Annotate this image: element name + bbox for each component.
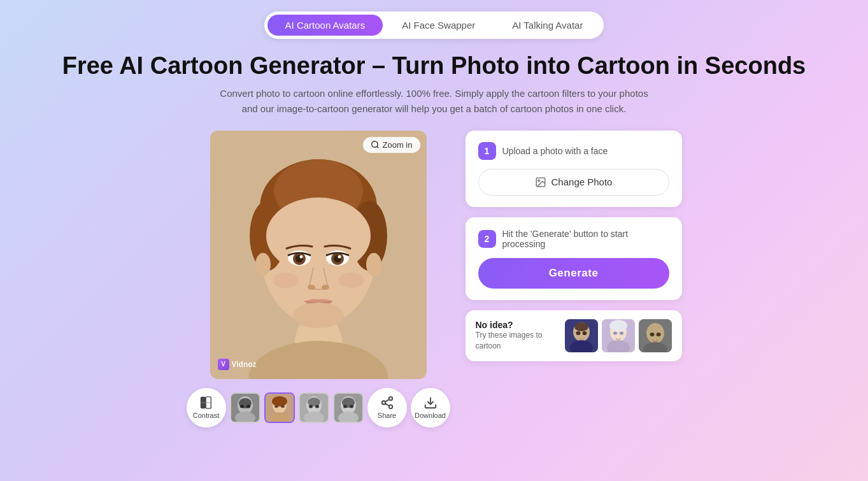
svg-point-67 <box>574 322 588 331</box>
svg-point-41 <box>281 405 285 408</box>
hero-section: Free AI Cartoon Generator – Turn Photo i… <box>0 45 868 120</box>
step2-badge: 2 <box>478 230 496 248</box>
thumb2-image <box>266 394 294 422</box>
contrast-button[interactable]: Contrast <box>187 388 226 427</box>
step2-card: 2 Hit the 'Generate' button to start pro… <box>466 217 682 300</box>
daenerys-icon <box>602 319 635 352</box>
zoom-in-button[interactable]: Zoom in <box>363 137 420 153</box>
step2-header: 2 Hit the 'Generate' button to start pro… <box>478 229 669 249</box>
watermark-text: Vidnoz <box>232 360 257 369</box>
sample-image-daenerys[interactable] <box>602 319 635 352</box>
svg-line-57 <box>385 403 388 406</box>
tab-talking-avatar[interactable]: AI Talking Avatar <box>494 15 601 36</box>
tab-cartoon-avatars[interactable]: AI Cartoon Avatars <box>267 15 383 36</box>
svg-point-77 <box>650 333 654 336</box>
thumb4-image <box>334 394 362 422</box>
thumbnail-1[interactable] <box>230 392 260 423</box>
download-icon <box>423 396 438 410</box>
thumbnail-3[interactable] <box>299 392 329 423</box>
svg-point-53 <box>350 405 353 408</box>
tab-face-swapper[interactable]: AI Face Swapper <box>384 15 493 36</box>
svg-point-56 <box>388 405 392 409</box>
svg-point-40 <box>274 405 278 408</box>
try-these-text: Try these images to cartoon <box>476 330 556 352</box>
image-viewer: Zoom in <box>210 131 427 379</box>
step1-badge: 1 <box>478 142 496 160</box>
sample-image-bald[interactable] <box>639 319 672 352</box>
thumbnail-4[interactable] <box>333 392 364 423</box>
vidnoz-logo-icon: V <box>218 359 229 370</box>
sample-card: No idea? Try these images to cartoon <box>466 310 682 361</box>
superman-icon <box>565 319 598 352</box>
svg-point-73 <box>609 320 627 331</box>
contrast-label: Contrast <box>193 412 220 419</box>
bald-man-icon <box>639 319 672 352</box>
watermark: V Vidnoz <box>218 359 257 370</box>
svg-point-75 <box>646 323 664 343</box>
svg-point-71 <box>613 331 617 334</box>
sample-text: No idea? Try these images to cartoon <box>476 320 556 352</box>
change-photo-label: Change Photo <box>551 176 613 187</box>
contrast-icon <box>199 396 213 410</box>
thumb3-image <box>300 394 328 422</box>
download-button[interactable]: Download <box>411 388 450 427</box>
thumbnail-2[interactable] <box>264 392 295 423</box>
step1-description: Upload a photo with a face <box>502 146 608 156</box>
svg-point-54 <box>388 397 392 401</box>
image-icon <box>535 176 546 188</box>
sample-images <box>565 319 672 352</box>
tab-bar: AI Cartoon Avatars AI Face Swapper AI Ta… <box>0 0 868 45</box>
svg-point-55 <box>381 401 385 405</box>
step1-header: 1 Upload a photo with a face <box>478 142 669 160</box>
thumbnails-row: Contrast <box>187 384 450 431</box>
share-icon <box>380 396 394 410</box>
main-content: Zoom in <box>0 120 868 438</box>
svg-point-39 <box>272 396 287 406</box>
sample-image-superman[interactable] <box>565 319 598 352</box>
tab-container: AI Cartoon Avatars AI Face Swapper AI Ta… <box>264 11 604 39</box>
right-panel: 1 Upload a photo with a face Change Phot… <box>466 131 682 361</box>
step2-description: Hit the 'Generate' button to start proce… <box>502 229 669 249</box>
svg-point-47 <box>315 405 319 408</box>
no-idea-heading: No idea? <box>476 320 556 330</box>
zoom-label: Zoom in <box>383 140 413 150</box>
hero-description: Convert photo to cartoon online effortle… <box>211 86 657 117</box>
step1-card: 1 Upload a photo with a face Change Phot… <box>466 131 682 207</box>
download-label: Download <box>415 412 446 419</box>
svg-point-45 <box>308 398 320 406</box>
share-button[interactable]: Share <box>367 388 407 427</box>
change-photo-button[interactable]: Change Photo <box>478 169 669 196</box>
search-icon <box>371 140 380 149</box>
svg-point-0 <box>371 141 377 147</box>
thumb1-image <box>231 394 259 422</box>
image-panel: Zoom in <box>187 131 450 431</box>
svg-point-52 <box>343 405 347 408</box>
svg-point-78 <box>656 333 660 336</box>
page-title: Free AI Cartoon Generator – Turn Photo i… <box>13 52 855 81</box>
svg-point-65 <box>576 331 580 335</box>
svg-line-1 <box>376 147 378 148</box>
svg-point-72 <box>620 331 623 334</box>
svg-point-35 <box>246 405 250 408</box>
svg-rect-26 <box>210 131 427 379</box>
cartoon-face-image <box>210 131 427 379</box>
svg-point-61 <box>538 180 539 181</box>
generate-button[interactable]: Generate <box>478 258 669 289</box>
svg-point-66 <box>582 331 587 335</box>
svg-point-46 <box>309 405 313 408</box>
svg-line-58 <box>385 399 388 402</box>
svg-point-34 <box>240 405 244 408</box>
share-label: Share <box>378 412 396 419</box>
